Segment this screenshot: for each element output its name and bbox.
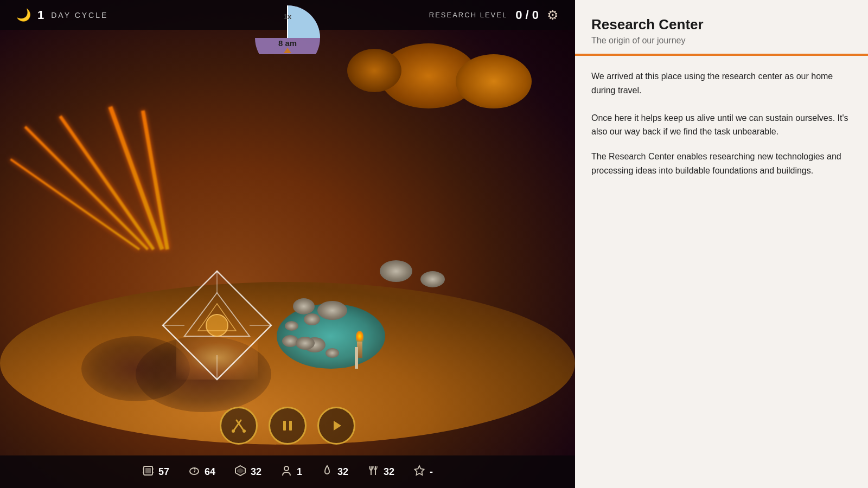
svg-text:8 am: 8 am bbox=[278, 38, 297, 48]
resource-water: 32 bbox=[321, 465, 348, 479]
laser-beam bbox=[59, 115, 155, 251]
day-cycle-display: 🌙 1 DAY CYCLE bbox=[16, 8, 108, 22]
svg-point-28 bbox=[284, 466, 289, 471]
svg-point-2 bbox=[206, 314, 228, 336]
svg-rect-20 bbox=[145, 468, 151, 473]
svg-rect-17 bbox=[289, 421, 292, 431]
rock-decoration bbox=[317, 301, 347, 320]
svg-point-25 bbox=[190, 468, 199, 474]
research-points-icon bbox=[413, 465, 425, 479]
day-cycle-label: DAY CYCLE bbox=[51, 11, 108, 20]
day-night-clock: 1x 8 am bbox=[250, 0, 326, 56]
resource-materials: 32 bbox=[234, 465, 261, 479]
organic-value: 64 bbox=[205, 466, 215, 478]
resource-population: 1 bbox=[280, 465, 302, 479]
panel-subtitle: The origin of our journey bbox=[591, 36, 852, 46]
rock-decoration bbox=[380, 260, 412, 282]
craft-button[interactable] bbox=[220, 407, 258, 445]
research-points-value: - bbox=[430, 466, 433, 478]
organic-icon bbox=[188, 465, 200, 479]
water-value: 32 bbox=[337, 466, 348, 478]
tree-decoration bbox=[456, 54, 532, 108]
research-icon[interactable]: ⚙ bbox=[547, 8, 559, 23]
research-center-building[interactable] bbox=[152, 260, 282, 390]
rock-decoration bbox=[420, 271, 445, 287]
svg-rect-16 bbox=[283, 421, 286, 431]
rock-decoration bbox=[293, 298, 315, 314]
day-count: 1 bbox=[37, 8, 44, 22]
game-controls[interactable] bbox=[220, 407, 355, 445]
panel-paragraph-1: We arrived at this place using the resea… bbox=[591, 69, 852, 139]
circuits-value: 57 bbox=[158, 466, 169, 478]
torch-flame bbox=[356, 331, 363, 342]
panel-body: We arrived at this place using the resea… bbox=[575, 56, 868, 488]
svg-marker-18 bbox=[334, 421, 341, 431]
svg-text:1x: 1x bbox=[284, 12, 292, 21]
craft-icon bbox=[229, 416, 248, 435]
rock-decoration bbox=[285, 321, 298, 331]
panel-paragraph-2: The Research Center enables researching … bbox=[591, 150, 852, 177]
marker-post-body bbox=[355, 347, 358, 369]
tree-decoration bbox=[347, 49, 401, 92]
research-display: RESEARCH LEVEL 0 / 0 ⚙ bbox=[429, 8, 559, 23]
circuits-icon bbox=[142, 465, 154, 479]
laser-beams bbox=[54, 33, 271, 249]
resource-organic: 64 bbox=[188, 465, 215, 479]
food-value: 32 bbox=[384, 466, 394, 478]
rock-decoration bbox=[304, 313, 320, 325]
play-icon bbox=[328, 418, 344, 434]
rock-decoration bbox=[296, 337, 315, 350]
svg-marker-32 bbox=[415, 466, 424, 475]
panel-header: Research Center The origin of our journe… bbox=[575, 0, 868, 56]
fast-forward-button[interactable] bbox=[317, 407, 355, 445]
svg-point-14 bbox=[232, 429, 235, 433]
resource-research-points: - bbox=[413, 465, 433, 479]
info-panel: Research Center The origin of our journe… bbox=[575, 0, 868, 488]
research-value: 0 / 0 bbox=[515, 8, 539, 22]
panel-title: Research Center bbox=[591, 16, 852, 33]
population-value: 1 bbox=[297, 466, 302, 478]
materials-icon bbox=[234, 465, 246, 479]
food-icon bbox=[367, 465, 379, 479]
rock-decoration bbox=[326, 348, 339, 358]
resource-bar: 57 64 32 bbox=[0, 455, 575, 488]
resource-circuits: 57 bbox=[142, 465, 169, 479]
clock-svg: 1x 8 am bbox=[250, 0, 326, 54]
svg-marker-27 bbox=[237, 468, 244, 474]
resource-food: 32 bbox=[367, 465, 394, 479]
moon-icon: 🌙 bbox=[16, 8, 31, 22]
game-canvas: 🌙 1 DAY CYCLE RESEARCH LEVEL 0 / 0 ⚙ 1x … bbox=[0, 0, 575, 488]
svg-point-15 bbox=[242, 429, 246, 433]
pause-button[interactable] bbox=[269, 407, 307, 445]
water-icon bbox=[321, 465, 333, 479]
research-level-label: RESEARCH LEVEL bbox=[429, 11, 507, 19]
population-icon bbox=[280, 465, 292, 479]
crystal-svg bbox=[152, 260, 282, 390]
materials-value: 32 bbox=[251, 466, 261, 478]
marker-post bbox=[355, 347, 358, 369]
pause-icon bbox=[279, 418, 296, 434]
